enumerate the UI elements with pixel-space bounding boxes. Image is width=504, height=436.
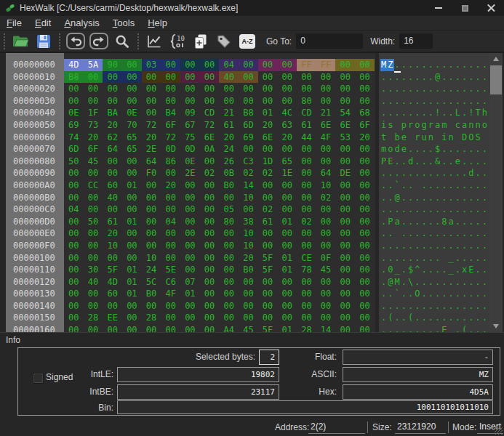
hex-byte[interactable]: 00 — [200, 240, 220, 252]
intbe-field[interactable]: 23117 — [117, 384, 279, 400]
hex-byte[interactable]: 00 — [239, 83, 258, 95]
hex-byte[interactable]: EE — [103, 312, 122, 324]
hex-byte[interactable]: 00 — [84, 252, 103, 265]
undo-button[interactable] — [65, 31, 86, 51]
hex-byte[interactable]: 00 — [122, 59, 142, 71]
hex-byte[interactable]: B4 — [161, 107, 180, 119]
hex-byte[interactable]: 10 — [103, 240, 122, 252]
hex-byte[interactable]: 6F — [355, 119, 375, 132]
hex-byte[interactable]: 75 — [180, 132, 200, 144]
hex-byte[interactable]: 20 — [258, 119, 278, 132]
hex-byte[interactable]: 10 — [239, 240, 258, 252]
hex-byte[interactable]: 00 — [103, 71, 122, 84]
hex-byte[interactable]: 00 — [161, 203, 180, 216]
hex-byte[interactable]: 00 — [142, 192, 161, 204]
hex-byte[interactable]: 64 — [103, 143, 122, 156]
menu-help[interactable]: Help — [141, 16, 174, 30]
hex-byte[interactable]: 00 — [258, 300, 278, 312]
hex-byte[interactable]: 21 — [219, 107, 239, 119]
hex-byte[interactable]: 14 — [239, 179, 258, 192]
hex-byte[interactable]: 0F — [316, 252, 336, 265]
hex-byte[interactable]: 00 — [355, 276, 375, 288]
hex-byte[interactable]: 00 — [355, 240, 375, 252]
ascii-row[interactable]: .............d.. — [380, 167, 489, 179]
hex-byte[interactable]: 00 — [122, 95, 142, 108]
hex-byte[interactable]: 00 — [200, 300, 220, 312]
hex-byte[interactable]: 00 — [335, 276, 355, 288]
hex-byte[interactable]: 00 — [316, 276, 336, 288]
hex-byte[interactable]: 00 — [200, 324, 220, 332]
intle-field[interactable]: 19802 — [117, 367, 279, 382]
ascii-row[interactable]: ..`..O.......... — [380, 288, 489, 300]
hex-byte[interactable]: 45 — [84, 156, 103, 168]
hex-byte[interactable]: 00 — [258, 192, 278, 204]
hex-byte[interactable]: 00 — [219, 264, 239, 276]
hex-byte[interactable]: 5F — [258, 324, 278, 332]
scroll-down-button[interactable] — [489, 320, 503, 332]
hex-byte[interactable]: 00 — [219, 95, 239, 108]
close-button[interactable] — [478, 0, 504, 16]
ascii-row[interactable]: ................ — [380, 203, 489, 216]
hex-byte[interactable]: 00 — [277, 227, 297, 240]
signed-checkbox[interactable] — [33, 373, 44, 384]
hex-byte[interactable]: 68 — [355, 107, 375, 119]
hex-byte[interactable]: 00 — [122, 227, 142, 240]
hex-byte[interactable]: 1E — [277, 167, 297, 179]
hex-byte[interactable]: 00 — [335, 95, 355, 108]
hex-byte[interactable]: 03 — [142, 59, 161, 71]
hex-byte[interactable]: 00 — [335, 312, 355, 324]
hex-byte[interactable]: 00 — [316, 143, 336, 156]
save-file-button[interactable] — [33, 31, 54, 51]
hex-byte[interactable]: FF — [316, 59, 336, 71]
hex-byte[interactable]: CE — [297, 252, 316, 265]
hex-byte[interactable]: 00 — [297, 71, 316, 84]
hex-byte[interactable]: 6E — [258, 132, 278, 144]
hex-byte[interactable]: 70 — [122, 119, 142, 132]
hex-byte[interactable]: 30 — [84, 264, 103, 276]
hex-byte[interactable]: 61 — [297, 119, 316, 132]
hex-byte[interactable]: 00 — [122, 167, 142, 179]
hex-byte[interactable]: CD — [297, 107, 316, 119]
hex-byte[interactable]: 00 — [180, 179, 200, 192]
hex-byte[interactable]: 00 — [122, 240, 142, 252]
float-field[interactable]: - — [343, 350, 493, 365]
hex-byte[interactable]: 00 — [200, 179, 220, 192]
hex-byte[interactable]: 00 — [219, 227, 239, 240]
hex-byte[interactable]: 20 — [161, 179, 180, 192]
hex-byte[interactable]: 00 — [64, 192, 84, 204]
hex-byte[interactable]: 00 — [239, 276, 258, 288]
ascii-row[interactable]: ........!..L.!Th — [380, 107, 489, 119]
hex-byte[interactable]: 00 — [258, 288, 278, 300]
width-input[interactable]: 16 — [399, 33, 433, 49]
hex-byte[interactable]: 00 — [122, 312, 142, 324]
hex-byte[interactable]: 01 — [277, 252, 297, 265]
hex-byte[interactable]: 00 — [258, 240, 278, 252]
ascii-row[interactable]: ................ — [380, 95, 489, 108]
hex-byte[interactable]: 72 — [200, 119, 220, 132]
hex-byte[interactable]: 00 — [142, 240, 161, 252]
hex-byte[interactable]: 00 — [161, 227, 180, 240]
hex-byte[interactable]: 01 — [277, 264, 297, 276]
hex-byte[interactable]: 0B — [219, 167, 239, 179]
hex-byte[interactable]: BA — [103, 107, 122, 119]
hex-byte[interactable]: 00 — [355, 179, 375, 192]
hex-byte[interactable]: 65 — [277, 156, 297, 168]
hex-byte[interactable]: 00 — [297, 179, 316, 192]
hex-byte[interactable]: 00 — [316, 300, 336, 312]
hex-byte[interactable]: 00 — [64, 216, 84, 228]
hex-byte[interactable]: 00 — [297, 83, 316, 95]
hex-byte[interactable]: 5F — [103, 264, 122, 276]
hex-byte[interactable]: 00 — [316, 312, 336, 324]
hex-byte[interactable]: 6E — [200, 132, 220, 144]
hex-byte[interactable]: 00 — [335, 192, 355, 204]
hex-byte[interactable]: 14 — [316, 324, 336, 332]
hex-byte[interactable]: 00 — [219, 300, 239, 312]
hex-byte[interactable]: 00 — [64, 167, 84, 179]
hex-byte[interactable]: 00 — [161, 192, 180, 204]
hex-byte[interactable]: 64 — [142, 156, 161, 168]
menu-analysis[interactable]: Analysis — [57, 16, 105, 30]
hex-byte[interactable]: 00 — [64, 264, 84, 276]
hex-byte[interactable]: 10 — [239, 227, 258, 240]
scroll-up-button[interactable] — [489, 53, 503, 65]
hex-byte[interactable]: 00 — [239, 143, 258, 156]
